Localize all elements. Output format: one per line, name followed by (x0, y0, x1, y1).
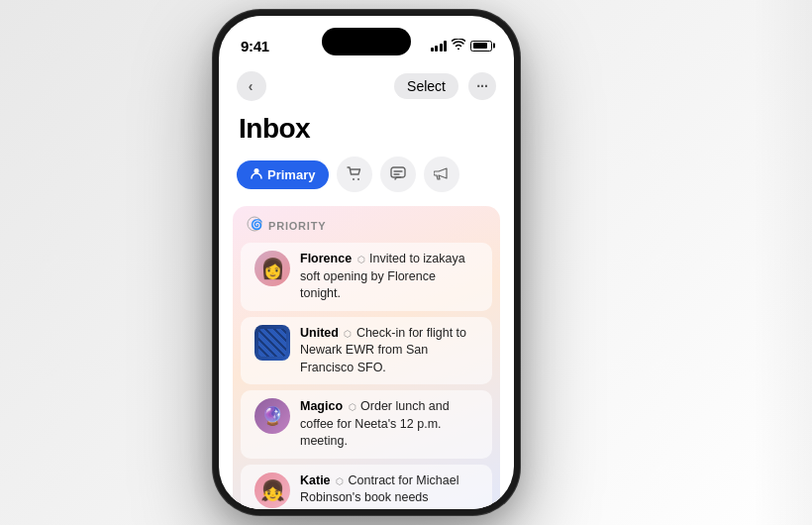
tab-messages[interactable] (380, 157, 416, 192)
avatar-florence: 👩 (254, 251, 290, 286)
ai-summary-icon-magico: ⬡ (349, 402, 359, 412)
email-sender-united: United (300, 326, 339, 340)
email-text-united: United ⬡ Check-in for flight to Newark E… (300, 325, 478, 377)
email-text-magico: Magico ⬡ Order lunch and coffee for Neet… (300, 398, 478, 451)
tab-shopping[interactable] (337, 157, 372, 192)
priority-icon: 🌀 (247, 216, 262, 235)
ai-summary-icon-katie: ⬡ (336, 476, 347, 486)
back-button[interactable]: ‹ (237, 71, 266, 101)
chevron-left-icon: ‹ (249, 78, 254, 94)
wifi-icon (452, 39, 465, 52)
avatar-katie: 👧 (254, 472, 290, 508)
person-icon (251, 167, 262, 182)
page-title-container: Inbox (219, 109, 514, 157)
email-text-florence: Florence ⬡ Invited to izakaya soft openi… (300, 251, 478, 303)
email-sender-katie: Katie (300, 473, 331, 487)
priority-header: 🌀 PRIORITY (233, 216, 500, 243)
shadow-overlay (753, 0, 812, 525)
tabs-container: Primary (219, 157, 514, 206)
more-button[interactable]: ··· (468, 72, 496, 100)
dynamic-island (322, 28, 411, 55)
svg-point-2 (357, 178, 359, 180)
email-content-magico: Magico ⬡ Order lunch and coffee for Neet… (300, 398, 478, 451)
email-content-katie: Katie ⬡ Contract for Michael Robinson's … (300, 472, 478, 510)
svg-rect-3 (391, 167, 405, 177)
ai-summary-icon-united: ⬡ (344, 329, 355, 339)
email-text-katie: Katie ⬡ Contract for Michael Robinson's … (300, 472, 478, 510)
tab-primary[interactable]: Primary (237, 160, 329, 189)
email-item-magico[interactable]: 🔮 Magico ⬡ Order lunch and coffee for Ne… (241, 390, 492, 459)
ellipsis-icon: ··· (476, 78, 488, 94)
priority-label: PRIORITY (268, 220, 326, 232)
ai-summary-icon-florence: ⬡ (357, 255, 368, 264)
page-title: Inbox (239, 113, 494, 145)
email-item-united[interactable]: United ⬡ Check-in for flight to Newark E… (241, 317, 492, 385)
phone-screen: 9:41 (219, 16, 514, 509)
email-content-united: United ⬡ Check-in for flight to Newark E… (300, 325, 478, 377)
tab-promotions[interactable] (424, 157, 459, 192)
nav-actions: Select ··· (394, 72, 496, 100)
scene: 9:41 (0, 0, 812, 525)
priority-section: 🌀 PRIORITY 👩 Florence ⬡ Invited to (233, 206, 500, 509)
svg-point-1 (353, 178, 355, 180)
email-content-florence: Florence ⬡ Invited to izakaya soft openi… (300, 251, 478, 303)
megaphone-icon (434, 166, 450, 183)
email-item-florence[interactable]: 👩 Florence ⬡ Invited to izakaya soft ope… (241, 243, 492, 311)
email-sender-florence: Florence (300, 252, 352, 265)
chat-icon (390, 166, 406, 183)
tab-primary-label: Primary (267, 167, 315, 182)
signal-bars-icon (431, 41, 448, 52)
avatar-magico: 🔮 (254, 398, 290, 434)
email-item-katie[interactable]: 👧 Katie ⬡ Contract for Michael Robinson'… (241, 465, 492, 510)
status-icons (431, 39, 493, 52)
select-button[interactable]: Select (394, 73, 458, 99)
avatar-united (254, 325, 290, 361)
cart-icon (347, 166, 362, 183)
nav-bar: ‹ Select ··· (219, 65, 514, 109)
battery-icon (470, 41, 492, 52)
status-time: 9:41 (241, 38, 269, 54)
svg-text:🌀: 🌀 (251, 218, 262, 231)
email-sender-magico: Magico (300, 399, 343, 413)
phone-frame: 9:41 (213, 10, 520, 515)
